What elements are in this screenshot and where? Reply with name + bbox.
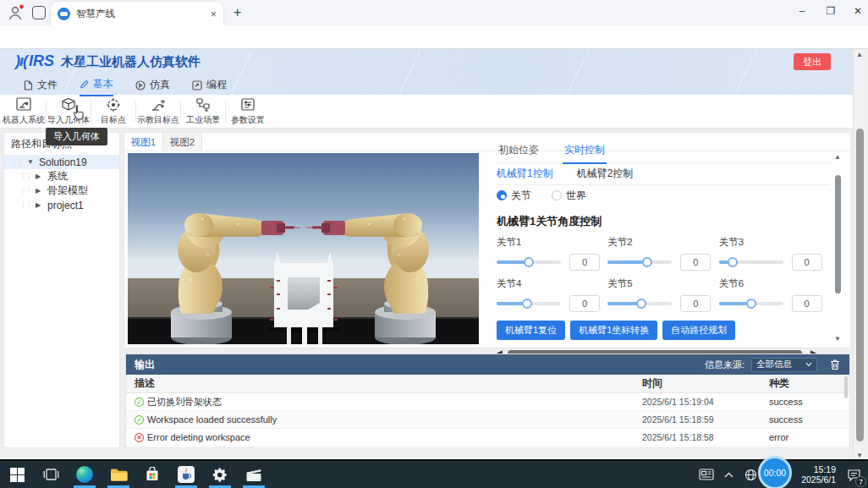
output-scrollbar[interactable] [844, 376, 848, 444]
notification-button[interactable]: 7 [839, 469, 868, 481]
log-type: success [769, 414, 849, 425]
slider-thumb[interactable] [746, 299, 756, 309]
window-restore-button[interactable]: ❐ [822, 5, 839, 17]
panel-vertical-scrollbar[interactable]: ▲ ▼ [833, 153, 843, 343]
tool-target-point[interactable]: 目标点 [93, 97, 134, 126]
slider-thumb[interactable] [636, 299, 646, 309]
menu-file[interactable]: 文件 [24, 77, 58, 96]
subtab-arm2[interactable]: 机械臂2控制 [577, 167, 634, 181]
menu-simulation[interactable]: 仿真 [135, 77, 170, 96]
auto-path-planning-button[interactable]: 自动路径规划 [662, 321, 735, 340]
log-time: 2025/6/1 15:18:59 [642, 414, 769, 425]
joint-slider[interactable] [497, 260, 561, 264]
movies-tv-icon [245, 468, 262, 482]
tool-industrial-scene[interactable]: 工业场景 [183, 97, 223, 126]
tool-parameter-settings[interactable]: 参数设置 [228, 97, 268, 126]
window-minimize-button[interactable]: – [794, 5, 810, 17]
profile-avatar-icon[interactable] [7, 4, 25, 21]
tree-node-label[interactable]: Solution19 [39, 156, 87, 168]
slider-thumb[interactable] [642, 257, 652, 267]
menu-programming[interactable]: 编程 [192, 77, 227, 96]
tree-node-label[interactable]: 骨架模型 [47, 184, 88, 198]
taskbar-store-button[interactable] [135, 461, 169, 488]
tab-realtime-control[interactable]: 实时控制 [563, 141, 607, 164]
scroll-down-icon[interactable]: ▼ [834, 335, 841, 343]
joint-slider[interactable] [497, 302, 561, 305]
screen: { "browser": { "tab_title": "智慧产线", "url… [0, 0, 868, 488]
scroll-down-icon[interactable]: ▼ [856, 452, 863, 459]
start-button[interactable] [0, 461, 34, 488]
joint-value-input[interactable] [680, 254, 711, 271]
output-header: 输出 信息来源: 全部信息 [126, 354, 849, 375]
viewport-tab-2[interactable]: 视图2 [163, 133, 202, 151]
joint-value-input[interactable] [792, 254, 822, 271]
joint-value-input[interactable] [680, 295, 711, 312]
coordinate-mode-radios: 关节 世界 [497, 185, 830, 206]
page-scroll-thumb[interactable] [856, 129, 864, 441]
taskbar-edge-button[interactable] [68, 461, 102, 488]
toolbar-separator [225, 101, 226, 122]
clear-log-trash-icon[interactable] [829, 359, 841, 370]
subtab-arm1[interactable]: 机械臂1控制 [497, 167, 553, 181]
tree-node-system[interactable]: ⋮⋮ ▶ 系统 [4, 169, 119, 184]
v-scroll-thumb[interactable] [835, 175, 841, 293]
window-close-button[interactable]: ✕ [849, 5, 866, 17]
scroll-up-icon[interactable]: ▲ [856, 51, 863, 58]
tree-node-skeleton[interactable]: ⋮⋮ ▶ 骨架模型 [4, 184, 119, 198]
log-time: 2025/6/1 15:18:58 [642, 432, 769, 442]
tree-node-label[interactable]: project1 [47, 200, 84, 211]
app-logo: )ı( IRS 木星工业机器人仿真软件 [15, 52, 201, 70]
joint-value-input[interactable] [792, 295, 822, 312]
tool-teach-target-point[interactable]: 示教目标点 [138, 97, 179, 126]
joint-value-input[interactable] [569, 295, 600, 312]
arm1-reset-button[interactable]: 机械臂1复位 [497, 321, 565, 340]
tooltip: 导入几何体 [46, 128, 107, 145]
log-row[interactable]: ✕Error deleting workspace 2025/6/1 15:18… [126, 429, 849, 447]
taskbar-clock[interactable]: 15:19 2025/6/1 [787, 464, 836, 485]
log-row[interactable]: ✓Workspace loaded successfully 2025/6/1 … [126, 411, 849, 429]
tree-node-solution[interactable]: ⋮⋮ ▼ Solution19 [4, 155, 119, 169]
arm1-coordinate-transform-button[interactable]: 机械臂1坐标转换 [570, 321, 657, 340]
joint-slider[interactable] [607, 260, 672, 264]
browser-tab[interactable]: 智慧产线 × [51, 2, 223, 25]
joint-value-input[interactable] [569, 254, 600, 271]
caret-right-icon[interactable]: ▶ [36, 201, 43, 209]
slider-thumb[interactable] [522, 299, 532, 309]
tree-node-project[interactable]: ⋮⋮ ▶ project1 [4, 198, 119, 212]
log-type: error [769, 432, 849, 442]
tray-expand-button[interactable] [717, 472, 739, 478]
tab-workspace-icon[interactable] [32, 6, 46, 19]
scroll-up-icon[interactable]: ▲ [834, 153, 841, 161]
widgets-button[interactable] [695, 469, 717, 480]
menu-basic[interactable]: 基本 [80, 77, 113, 96]
taskbar-settings-button[interactable] [203, 461, 237, 488]
tab-close-icon[interactable]: × [210, 8, 217, 20]
radio-joint[interactable]: 关节 [497, 189, 531, 203]
taskbar-explorer-button[interactable] [102, 461, 135, 488]
page-scrollbar[interactable]: ▲ ▼ [853, 49, 865, 461]
3d-viewport[interactable] [128, 153, 479, 344]
taskbar-video-button[interactable] [237, 461, 271, 488]
caret-down-icon[interactable]: ▼ [27, 158, 35, 166]
tool-robot-system[interactable]: 机器人系统 [3, 97, 44, 126]
caret-right-icon[interactable]: ▶ [36, 173, 43, 180]
taskbar-java-button[interactable] [169, 461, 203, 488]
source-select[interactable]: 全部信息 [751, 358, 817, 372]
joint-slider[interactable] [607, 302, 672, 305]
path-target-tree-panel: 路径和目标点 ⋮⋮ ▼ Solution19 ⋮⋮ ▶ 系统 ⋮⋮ ▶ 骨架模型… [3, 132, 120, 448]
radio-world[interactable]: 世界 [552, 189, 586, 203]
caret-right-icon[interactable]: ▶ [36, 187, 43, 195]
logout-button[interactable]: 登出 [794, 53, 831, 70]
viewport-tab-1[interactable]: 视图1 [124, 133, 163, 151]
new-tab-button[interactable]: + [233, 5, 241, 20]
joint-slider[interactable] [719, 302, 783, 305]
slider-thumb[interactable] [728, 257, 738, 267]
task-view-button[interactable] [34, 461, 68, 488]
recording-timer-bubble[interactable]: 00:00 [758, 456, 792, 488]
logo-name: IRS [29, 52, 54, 70]
log-row[interactable]: ✓已切换到骨架状态 2025/6/1 15:19:04 success [126, 393, 849, 411]
tab-initial-pose[interactable]: 初始位姿 [497, 141, 541, 162]
joint-slider[interactable] [719, 260, 783, 264]
slider-thumb[interactable] [524, 257, 534, 267]
tree-node-label[interactable]: 系统 [47, 169, 68, 184]
